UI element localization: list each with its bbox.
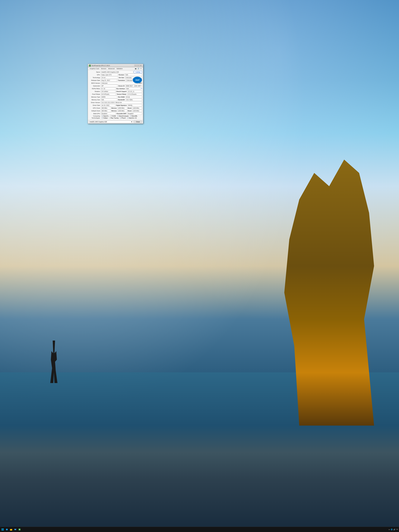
cuda-checkbox[interactable] (110, 115, 112, 117)
svg-rect-2 (2, 530, 2, 531)
menu-icon[interactable]: ☰ (140, 68, 142, 70)
technologies-label: Technologies (89, 117, 101, 119)
gpu-label: GPU (89, 74, 101, 76)
vulkan-checkbox[interactable] (101, 117, 103, 119)
vulkan-label: Vulkan (103, 117, 108, 119)
default-clock-row: Default Clock 300 MHz Memory 1200 MHz Bo… (89, 110, 142, 112)
directcompute-checkbox[interactable] (117, 115, 119, 117)
digital-sig-label: Digital Signature (116, 105, 127, 106)
system-tray-arrow[interactable]: ▲ (389, 529, 390, 530)
store-icon[interactable]: $ (18, 528, 21, 531)
shopping-icon: $ (19, 528, 21, 531)
device-id-label: Device ID (118, 85, 125, 87)
directml-checkbox[interactable] (130, 115, 131, 117)
directcompute-label: DirectCompute (119, 115, 128, 117)
taskbar-left: $ (1, 528, 21, 531)
bios-label: BIOS Version (89, 82, 101, 84)
svg-text:$: $ (19, 529, 20, 530)
raytracing-checkbox[interactable] (109, 117, 111, 119)
memory-size-row: Memory Size N/A Bandwidth 19.2 GB/s (89, 99, 142, 101)
menu-bar: Graphics Card Sensors Advanced Validatio… (88, 67, 143, 70)
revision-label: Revision (119, 74, 124, 76)
raytracing-item: Ray Tracing (109, 117, 119, 119)
resizable-bar-label: Resizable BAR (116, 113, 126, 114)
mail-icon[interactable] (14, 528, 17, 531)
envelope-icon (14, 528, 16, 531)
gpu-value: Kaby Lake GT2 (101, 74, 118, 76)
cuda-item: CUDA (110, 115, 116, 117)
menu-advanced[interactable]: Advanced (108, 68, 115, 70)
menu-items: Graphics Card Sensors Advanced Validatio… (89, 68, 124, 70)
edge-icon[interactable] (5, 528, 8, 531)
app-icon: G (89, 65, 91, 66)
network-icon[interactable]: 🌐 (391, 529, 393, 530)
gpu-selector-value: Intel(R) UHD Graphics 620 (90, 121, 107, 123)
minimize-button[interactable]: — (134, 65, 137, 66)
rops-label: ROPs/TMUs (89, 88, 101, 89)
bios-value: Unknown (101, 82, 135, 84)
texture-fillrate-value: 17.6 GTexel/s (127, 93, 142, 95)
release-date-label: Release Date (89, 80, 101, 81)
bus-interface-help-icon[interactable]: ? (141, 88, 142, 90)
directx-label: DirectX Support (116, 91, 127, 92)
windows-icon (2, 528, 4, 531)
refresh-icon[interactable]: 🔄 (137, 68, 139, 70)
memory-type-value: DDR4 (101, 96, 117, 98)
multigpu-value: Disabled (101, 113, 116, 115)
intel-logo: intel (133, 77, 142, 83)
die-size-label: Die Size (119, 77, 124, 78)
subvendor-row: Subvendor HP Device ID 8086 5917 · 103C … (89, 85, 142, 87)
bandwidth-value: 19.2 GB/s (126, 99, 142, 101)
menu-graphics-card[interactable]: Graphics Card (89, 68, 100, 70)
window-bottom: Intel(R) UHD Graphics 620 ▼ Close (88, 120, 143, 124)
svg-rect-0 (2, 528, 2, 529)
shaders-row: Shaders 24 Unified DirectX Support 12 (1… (89, 90, 142, 93)
gpu-clock-label: GPU Clock (89, 107, 101, 109)
file-explorer-icon[interactable] (10, 528, 13, 531)
window-controls[interactable]: — □ ✕ (134, 65, 142, 66)
driver-version-label: Driver Version (89, 102, 101, 103)
technology-value: 14 nm (101, 76, 118, 79)
physx-checkbox[interactable] (120, 117, 121, 119)
gpu-selector[interactable]: Intel(R) UHD Graphics 620 ▼ (89, 120, 133, 123)
resizable-bar-value: Disabled (127, 113, 142, 115)
volume-icon[interactable]: 🔊 (393, 529, 395, 530)
start-button[interactable] (1, 528, 4, 531)
name-row: Name Intel(R) UHD Graphics 620 Lookup (89, 71, 142, 73)
memory-label-2: Memory (111, 110, 117, 112)
gpu-row: GPU Kaby Lake GT2 Revision N/A (89, 74, 142, 76)
computing-checkboxes: OpenCL CUDA DirectCompute DirectML (101, 115, 138, 117)
memory-label-1: Memory (111, 107, 117, 109)
window-title: TechPowerUp GPU-Z 2.55.0 (91, 65, 110, 66)
boost-label-2: Boost (128, 110, 131, 112)
maximize-button[interactable]: □ (137, 65, 139, 66)
lookup-button[interactable]: Lookup (134, 71, 142, 73)
def-boost-value: 1100 MHz (132, 110, 142, 112)
bus-width-label: Bus Width (118, 96, 125, 98)
shaders-label: Shaders (89, 91, 101, 92)
revision-value: N/A (125, 74, 142, 76)
desktop: G TechPowerUp GPU-Z 2.55.0 — □ ✕ Graphic… (0, 0, 399, 532)
camera-icon[interactable]: 📷 (135, 68, 137, 70)
name-value: Intel(R) UHD Graphics 620 (101, 71, 133, 73)
menu-sensors[interactable]: Sensors (100, 68, 107, 70)
driver-date-row: Driver Date Jul 19, 2022 Digital Signatu… (89, 104, 142, 107)
default-clock-value: 300 MHz (101, 110, 111, 112)
pixel-fillrate-value: 8.8 GPixel/s (101, 93, 116, 95)
rops-value: 8 / 16 (101, 88, 116, 90)
directx-value: 12 (12_1) (127, 90, 142, 93)
menu-validation[interactable]: Validation (116, 68, 124, 70)
opengl-checkbox[interactable] (127, 117, 128, 119)
bandwidth-label: Bandwidth (118, 99, 125, 101)
pixel-fillrate-row: Pixel Fillrate 8.8 GPixel/s Texture Fill… (89, 93, 142, 95)
directcompute-item: DirectCompute (117, 115, 128, 117)
physx-item: PhysX (120, 117, 126, 119)
subvendor-value: HP (101, 85, 117, 87)
multigpu-label: Multi-GPU (89, 113, 101, 114)
memory-type-row: Memory Type DDR4 Bus Width 64 bit (89, 96, 142, 98)
close-window-button[interactable]: ✕ (139, 65, 142, 66)
dropdown-arrow-icon: ▼ (131, 121, 132, 123)
close-button[interactable]: Close (134, 120, 142, 123)
window-content: intel Name Intel(R) UHD Graphics 620 Loo… (88, 70, 143, 120)
opencl-checkbox[interactable] (101, 115, 103, 117)
